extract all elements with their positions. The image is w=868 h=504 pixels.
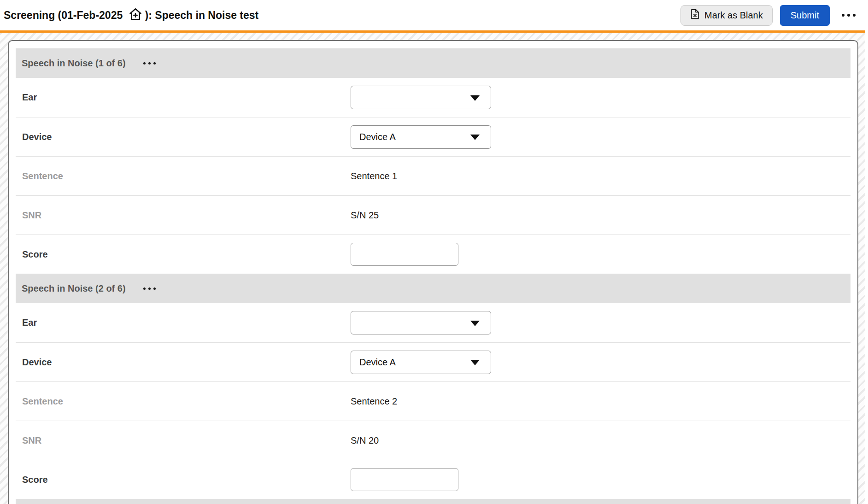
form-canvas: Speech in Noise (1 of 6) Ear Device Devi…	[0, 33, 865, 504]
header-actions: Mark as Blank Submit	[680, 5, 858, 26]
caret-down-icon	[470, 321, 480, 326]
ellipsis-icon[interactable]	[141, 285, 158, 293]
field-row-snr: SNR S/N 25	[16, 195, 850, 234]
field-label: Score	[22, 475, 351, 485]
field-label: Score	[22, 249, 351, 260]
snr-value: S/N 20	[351, 435, 379, 446]
form-panel: Speech in Noise (1 of 6) Ear Device Devi…	[8, 40, 858, 504]
home-plus-icon	[128, 7, 143, 23]
caret-down-icon	[470, 360, 480, 365]
device-select[interactable]: Device A	[351, 125, 491, 149]
adjacent-pane-edge	[865, 0, 868, 504]
field-row-score: Score	[16, 460, 850, 499]
field-label: Device	[22, 132, 351, 142]
mark-as-blank-label: Mark as Blank	[704, 10, 763, 21]
field-label: Sentence	[22, 171, 351, 182]
field-row-sentence: Sentence Sentence 2	[16, 381, 850, 421]
field-row-score: Score	[16, 234, 850, 274]
ear-select[interactable]	[351, 311, 491, 334]
sentence-value: Sentence 2	[351, 396, 397, 407]
field-label: SNR	[22, 210, 351, 221]
field-row-device: Device Device A	[16, 342, 850, 381]
section-header-2: Speech in Noise (2 of 6)	[16, 274, 850, 303]
device-select[interactable]: Device A	[351, 351, 491, 374]
score-input[interactable]	[351, 243, 458, 266]
field-row-ear: Ear	[16, 78, 850, 117]
submit-button[interactable]: Submit	[780, 5, 830, 26]
snr-value: S/N 25	[351, 210, 379, 221]
field-label: Sentence	[22, 396, 351, 407]
field-row-sentence: Sentence Sentence 1	[16, 156, 850, 195]
field-row-snr: SNR S/N 20	[16, 421, 850, 460]
page-title-suffix: ): Speech in Noise test	[145, 9, 259, 22]
form-header-bar: Screening (01-Feb-2025 ): Speech in Nois…	[0, 0, 865, 30]
caret-down-icon	[470, 135, 480, 140]
select-value: Device A	[359, 132, 396, 142]
field-label: Ear	[22, 92, 351, 103]
ellipsis-icon[interactable]	[141, 59, 158, 67]
mark-as-blank-button[interactable]: Mark as Blank	[680, 5, 773, 26]
section-title: Speech in Noise (1 of 6)	[22, 58, 126, 69]
field-row-device: Device Device A	[16, 117, 850, 156]
app-window: Screening (01-Feb-2025 ): Speech in Nois…	[0, 0, 868, 504]
field-label: Ear	[22, 317, 351, 328]
ear-select[interactable]	[351, 86, 491, 109]
sentence-value: Sentence 1	[351, 171, 397, 182]
ellipsis-icon[interactable]	[839, 10, 858, 20]
score-input[interactable]	[351, 468, 458, 491]
file-x-icon	[690, 9, 700, 22]
field-label: Device	[22, 357, 351, 368]
caret-down-icon	[470, 95, 480, 101]
section-title: Speech in Noise (2 of 6)	[22, 283, 126, 294]
field-row-ear: Ear	[16, 303, 850, 342]
field-label: SNR	[22, 435, 351, 446]
select-value: Device A	[359, 357, 396, 368]
page-title: Screening (01-Feb-2025 ): Speech in Nois…	[4, 7, 258, 23]
section-header-partial	[16, 499, 850, 504]
section-header-1: Speech in Noise (1 of 6)	[16, 48, 850, 78]
page-title-prefix: Screening (01-Feb-2025	[4, 9, 126, 22]
